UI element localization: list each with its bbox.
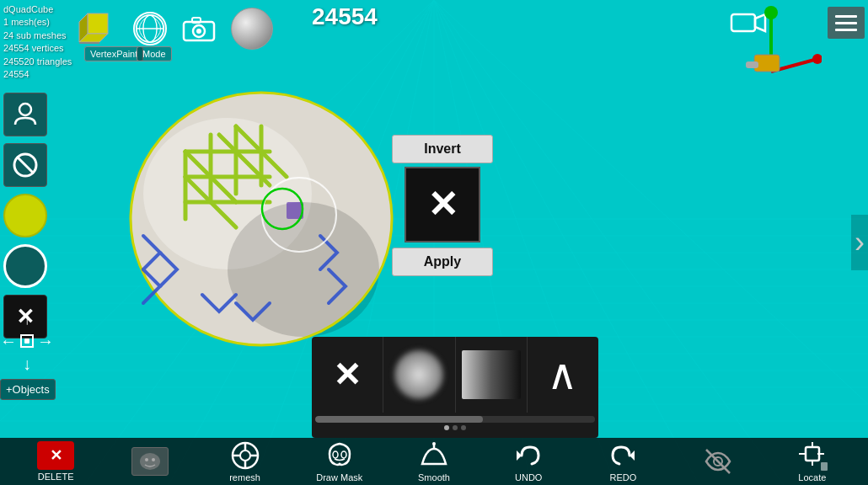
- mesh-count: 1 mesh(es): [3, 16, 72, 29]
- remesh-label: remesh: [229, 472, 260, 482]
- chevron-brush-option[interactable]: ∧: [528, 337, 598, 413]
- axis-svg: [704, 4, 822, 88]
- svg-rect-34: [192, 18, 201, 23]
- cube-icon: [76, 7, 120, 51]
- svg-point-38: [764, 6, 778, 19]
- globe-button[interactable]: [133, 12, 167, 45]
- svg-point-64: [140, 453, 160, 470]
- svg-point-33: [196, 29, 201, 34]
- hamburger-menu[interactable]: [828, 7, 865, 39]
- right-nav-arrow[interactable]: ›: [851, 215, 868, 270]
- delete-icon: ✕: [37, 441, 74, 470]
- move-right-button[interactable]: →: [37, 332, 54, 351]
- model-area[interactable]: [118, 84, 405, 354]
- move-left-button[interactable]: ←: [0, 332, 17, 351]
- triangles: 245520 triangles: [3, 56, 72, 68]
- move-center[interactable]: [20, 334, 34, 348]
- undo-svg-icon: [513, 440, 544, 471]
- undo-label: UNDO: [515, 472, 542, 482]
- vertex-paint-button[interactable]: VertexPaint: [84, 46, 143, 61]
- toolbar-delete[interactable]: ✕ DELETE: [30, 441, 81, 482]
- x-brush-option[interactable]: ✕: [312, 337, 383, 413]
- circle-outline-button[interactable]: [3, 244, 47, 288]
- toolbar-object-thumb[interactable]: [125, 447, 175, 476]
- mask-svg-icon: [324, 440, 355, 471]
- hamburger-line-3: [835, 29, 857, 31]
- gradient-brush-option[interactable]: [456, 337, 528, 413]
- toolbar-smooth[interactable]: Smooth: [409, 440, 459, 482]
- toolbar-redo[interactable]: REDO: [597, 440, 648, 482]
- yellow-dot-button[interactable]: [3, 194, 47, 237]
- toolbar-draw-mask[interactable]: Draw Mask: [314, 440, 365, 482]
- eye-svg-icon: [703, 446, 733, 477]
- svg-point-43: [19, 104, 31, 115]
- svg-rect-86: [821, 462, 828, 471]
- undo-icon: [513, 440, 544, 471]
- brush-dot-1: [444, 425, 449, 430]
- locate-svg-icon: [797, 440, 828, 471]
- head-model-svg: [118, 84, 405, 354]
- apply-button[interactable]: Apply: [392, 248, 493, 276]
- remesh-icon: [230, 440, 260, 471]
- vertices: 24554 vertices: [3, 42, 72, 55]
- invert-x-icon: ✕: [427, 186, 458, 223]
- globe-icon: [135, 12, 165, 45]
- hide-icon: [703, 446, 733, 477]
- brush-scrollbar[interactable]: [315, 416, 595, 423]
- brush-dot-2: [453, 425, 458, 430]
- svg-point-73: [333, 451, 338, 458]
- toolbar-locate[interactable]: Locate: [787, 440, 838, 482]
- redo-label: REDO: [610, 472, 637, 482]
- app-info-panel: dQuadCube 1 mesh(es) 24 sub meshes 24554…: [3, 3, 72, 81]
- toolbar-undo[interactable]: UNDO: [503, 440, 554, 482]
- no-symbol-button[interactable]: [3, 143, 47, 187]
- x-brush-icon: ✕: [333, 355, 362, 394]
- svg-point-76: [432, 442, 436, 445]
- app-name: dQuadCube: [3, 3, 72, 16]
- brush-panel: ✕ ∧: [312, 337, 598, 438]
- svg-point-68: [240, 450, 250, 461]
- sub-meshes: 24 sub meshes: [3, 29, 72, 42]
- redo-svg-icon: [608, 440, 638, 471]
- brush-scroll-thumb: [315, 416, 483, 423]
- delete-label: DELETE: [38, 472, 74, 482]
- svg-rect-24: [88, 13, 108, 34]
- cloud-brush-icon: [394, 350, 443, 399]
- svg-point-65: [145, 458, 148, 461]
- mode-button[interactable]: Mode: [137, 46, 172, 61]
- move-down-button[interactable]: ↓: [23, 354, 31, 374]
- brush-dot-3: [461, 425, 466, 430]
- svg-point-40: [812, 54, 822, 64]
- svg-point-66: [152, 458, 155, 461]
- svg-point-74: [341, 451, 346, 458]
- svg-rect-81: [806, 447, 819, 461]
- screenshot-button[interactable]: [180, 13, 217, 44]
- hamburger-line-2: [835, 22, 857, 24]
- hamburger-line-1: [835, 15, 857, 18]
- add-objects-button[interactable]: +Objects: [0, 379, 56, 400]
- mesh-thumbnail[interactable]: [76, 7, 120, 51]
- object-thumb-icon: [137, 450, 163, 472]
- bottom-toolbar: ✕ DELETE remesh: [0, 438, 868, 485]
- cloud-brush-option[interactable]: [383, 337, 455, 413]
- invert-panel: Invert ✕ Apply: [388, 135, 497, 276]
- smooth-icon: [419, 440, 449, 471]
- invert-preview: ✕: [405, 167, 480, 242]
- move-up-button[interactable]: ↑: [23, 309, 31, 328]
- vertex-count-display: 24554: [312, 3, 378, 30]
- no-symbol-icon: [12, 152, 39, 179]
- toolbar-hide[interactable]: [693, 446, 743, 477]
- axis-indicator: [704, 4, 822, 88]
- locate-label: Locate: [798, 472, 826, 482]
- brush-page-dots: [312, 425, 598, 430]
- toolbar-remesh[interactable]: remesh: [220, 440, 271, 482]
- avatar-icon: [12, 101, 39, 128]
- remesh-svg-icon: [230, 440, 260, 471]
- smooth-label: Smooth: [418, 472, 450, 482]
- invert-button[interactable]: Invert: [392, 135, 493, 163]
- move-arrows: ↑ ← → ↓: [5, 312, 49, 370]
- sphere-preview: [231, 8, 273, 50]
- avatar-button[interactable]: [3, 93, 47, 136]
- brush-options: ✕ ∧: [312, 337, 598, 413]
- smooth-svg-icon: [419, 440, 449, 471]
